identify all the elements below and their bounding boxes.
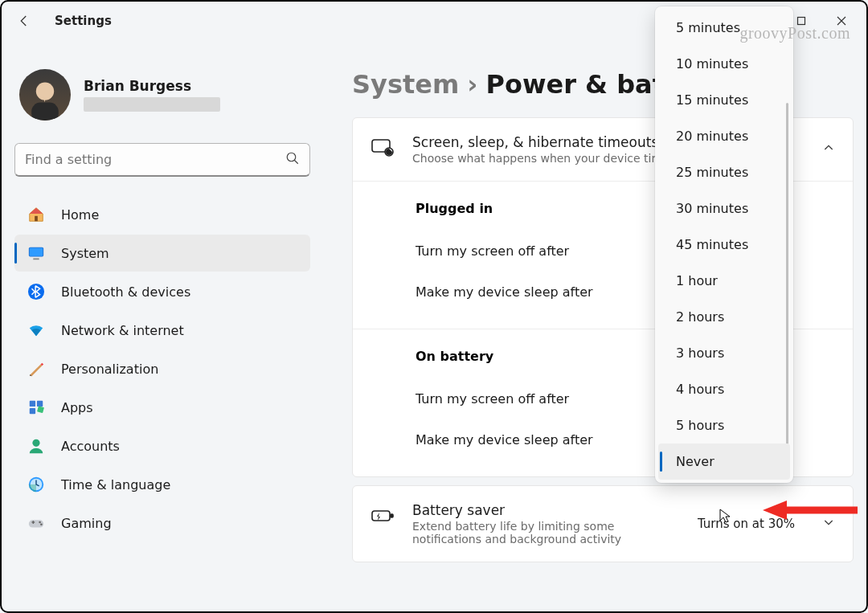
svg-rect-3 bbox=[31, 103, 59, 121]
card-title: Battery saver bbox=[412, 502, 680, 518]
settings-window: groovyPost.com Settings Brian Burgess bbox=[0, 0, 868, 613]
sidebar-item-label: System bbox=[61, 246, 109, 261]
svg-rect-24 bbox=[391, 514, 393, 517]
svg-point-4 bbox=[287, 153, 296, 161]
svg-point-20 bbox=[40, 524, 43, 526]
sidebar-item-label: Accounts bbox=[61, 439, 120, 454]
time-icon bbox=[27, 476, 45, 493]
dropdown-option[interactable]: 10 minutes bbox=[658, 46, 790, 82]
dropdown-option[interactable]: 3 hours bbox=[658, 335, 790, 371]
dropdown-option[interactable]: 5 hours bbox=[658, 407, 790, 443]
dropdown-option[interactable]: 20 minutes bbox=[658, 118, 790, 154]
sidebar-item-label: Gaming bbox=[61, 516, 112, 531]
sidebar-item-home[interactable]: Home bbox=[14, 196, 310, 233]
sidebar-item-label: Home bbox=[61, 207, 99, 223]
sidebar-item-apps[interactable]: Apps bbox=[14, 389, 310, 426]
sidebar-item-label: Network & internet bbox=[61, 323, 184, 338]
avatar bbox=[19, 69, 71, 121]
sidebar-item-gaming[interactable]: Gaming bbox=[14, 505, 310, 541]
dropdown-option[interactable]: 15 minutes bbox=[658, 82, 790, 118]
sidebar-item-time[interactable]: Time & language bbox=[14, 466, 310, 503]
annotation-arrow bbox=[763, 498, 859, 522]
sidebar-item-network[interactable]: Network & internet bbox=[14, 312, 310, 349]
sidebar-item-system[interactable]: System bbox=[14, 235, 310, 272]
user-email-redacted bbox=[84, 97, 220, 112]
svg-rect-11 bbox=[30, 401, 35, 407]
bluetooth-icon bbox=[27, 283, 45, 300]
user-block[interactable]: Brian Burgess bbox=[19, 69, 310, 121]
breadcrumb-parent[interactable]: System bbox=[352, 69, 459, 100]
svg-rect-23 bbox=[372, 511, 390, 521]
dropdown-option[interactable]: Never bbox=[658, 443, 790, 480]
search-box[interactable] bbox=[14, 143, 310, 177]
watermark: groovyPost.com bbox=[739, 24, 850, 43]
svg-rect-9 bbox=[33, 258, 39, 260]
screen-sleep-icon bbox=[371, 136, 395, 160]
dropdown-option[interactable]: 45 minutes bbox=[658, 227, 790, 263]
back-button[interactable] bbox=[8, 5, 40, 37]
dropdown-option[interactable]: 4 hours bbox=[658, 371, 790, 407]
nav-list: HomeSystemBluetooth & devicesNetwork & i… bbox=[14, 196, 310, 541]
chevron-up-icon[interactable] bbox=[822, 141, 835, 157]
svg-line-5 bbox=[294, 160, 298, 164]
sidebar-item-accounts[interactable]: Accounts bbox=[14, 427, 310, 464]
search-icon bbox=[285, 151, 300, 169]
sidebar-item-label: Bluetooth & devices bbox=[61, 284, 190, 300]
system-icon bbox=[27, 244, 45, 262]
search-input[interactable] bbox=[25, 152, 285, 167]
home-icon bbox=[27, 206, 45, 223]
svg-rect-8 bbox=[30, 248, 43, 256]
gaming-icon bbox=[27, 514, 45, 532]
chevron-right-icon: › bbox=[467, 69, 477, 100]
dropdown-option[interactable]: 25 minutes bbox=[658, 154, 790, 190]
user-name: Brian Burgess bbox=[84, 78, 220, 94]
dropdown-option[interactable]: 1 hour bbox=[658, 263, 790, 299]
card-subtitle: Extend battery life by limiting some not… bbox=[412, 520, 680, 546]
accounts-icon bbox=[27, 437, 45, 455]
dropdown-option[interactable]: 30 minutes bbox=[658, 190, 790, 227]
svg-rect-12 bbox=[37, 401, 43, 407]
sidebar-item-label: Apps bbox=[61, 400, 93, 415]
breadcrumb-current: Power & bat bbox=[485, 69, 664, 100]
svg-marker-26 bbox=[763, 501, 787, 520]
svg-rect-6 bbox=[35, 216, 38, 221]
sidebar-item-personalization[interactable]: Personalization bbox=[14, 350, 310, 387]
battery-saver-icon bbox=[371, 504, 395, 528]
svg-rect-13 bbox=[30, 408, 35, 414]
dropdown-option[interactable]: 2 hours bbox=[658, 299, 790, 335]
sidebar: Brian Burgess HomeSystemBluetooth & devi… bbox=[2, 40, 323, 611]
window-title: Settings bbox=[55, 14, 112, 28]
svg-rect-14 bbox=[37, 406, 44, 413]
sidebar-item-label: Time & language bbox=[61, 477, 170, 492]
network-icon bbox=[27, 321, 45, 339]
svg-point-15 bbox=[32, 439, 39, 447]
personalization-icon bbox=[27, 360, 45, 378]
timeout-dropdown[interactable]: 5 minutes10 minutes15 minutes20 minutes2… bbox=[655, 6, 793, 483]
cursor-pointer-icon bbox=[719, 508, 735, 524]
svg-point-19 bbox=[39, 521, 41, 524]
sidebar-item-label: Personalization bbox=[61, 362, 158, 377]
card-battery-saver[interactable]: Battery saver Extend battery life by lim… bbox=[352, 485, 854, 562]
dropdown-scrollbar[interactable] bbox=[786, 103, 788, 451]
apps-icon bbox=[27, 398, 45, 416]
sidebar-item-bluetooth[interactable]: Bluetooth & devices bbox=[14, 273, 310, 310]
